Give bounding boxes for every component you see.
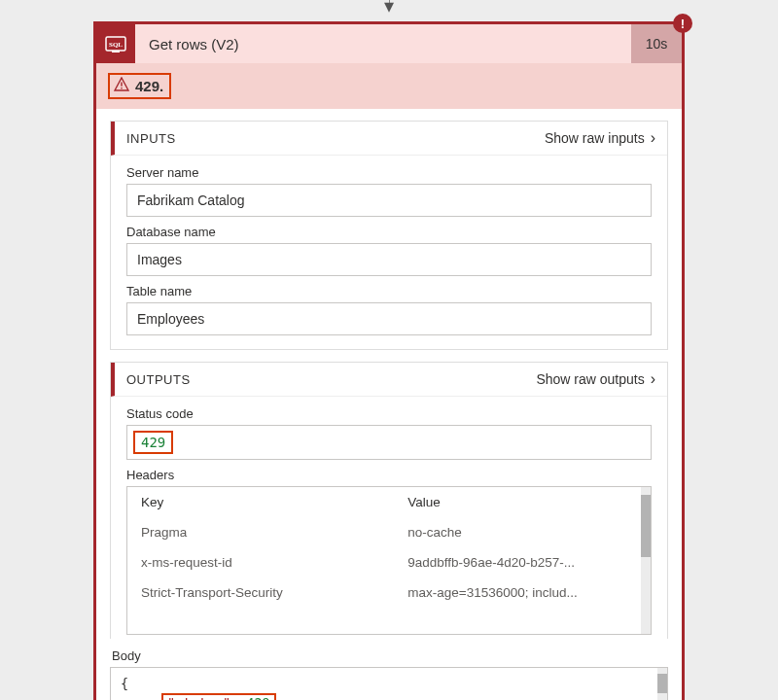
status-code-value: 429 — [133, 431, 173, 454]
server-name-value: Fabrikam Catalog — [126, 184, 652, 217]
table-row: Strict-Transport-Security max-age=315360… — [127, 578, 651, 608]
header-value: no-cache — [407, 525, 635, 540]
header-key: x-ms-request-id — [141, 555, 407, 570]
show-raw-inputs-link[interactable]: Show raw inputs › — [545, 129, 655, 147]
json-status-highlight: "status": 429 — [161, 693, 276, 700]
headers-col-key: Key — [141, 495, 407, 509]
field-label: Table name — [126, 284, 652, 298]
flow-arrow-icon: ▾ — [384, 0, 394, 16]
header-value: 9addbffb-96ae-4d20-b257-... — [407, 555, 635, 570]
scrollbar-thumb[interactable] — [641, 495, 651, 557]
action-duration: 10s — [631, 24, 682, 63]
json-key: "status" — [167, 695, 230, 700]
json-number: 429 — [246, 695, 269, 700]
action-card-get-rows: SQL Get rows (V2) 10s ! 429. INPUTS Show… — [93, 21, 685, 700]
field-label: Database name — [126, 225, 652, 239]
table-row: x-ms-request-id 9addbffb-96ae-4d20-b257-… — [127, 547, 651, 578]
field-label: Server name — [126, 165, 652, 180]
svg-rect-4 — [121, 88, 122, 88]
headers-table: Key Value Pragma no-cache x-ms-request-i… — [126, 486, 652, 635]
header-key: Pragma — [141, 525, 407, 540]
error-band: 429. — [96, 63, 682, 109]
scrollbar-thumb[interactable] — [657, 674, 667, 693]
headers-col-value: Value — [407, 495, 635, 509]
status-code-box: 429 — [126, 425, 652, 460]
table-name-value: Employees — [126, 302, 652, 335]
scrollbar[interactable] — [641, 487, 651, 634]
json-open-brace: { — [121, 676, 128, 691]
show-raw-outputs-label: Show raw outputs — [536, 371, 644, 387]
scrollbar[interactable] — [657, 668, 667, 700]
outputs-title: OUTPUTS — [126, 372, 536, 387]
database-name-value: Images — [126, 243, 652, 276]
header-key: Strict-Transport-Security — [141, 585, 407, 600]
inputs-panel: INPUTS Show raw inputs › Server name Fab… — [110, 121, 668, 350]
chevron-right-icon: › — [651, 370, 655, 388]
show-raw-inputs-label: Show raw inputs — [545, 130, 645, 146]
svg-rect-3 — [121, 83, 122, 87]
inputs-header: INPUTS Show raw inputs › — [111, 122, 667, 156]
body-json-box: { "status": 429, "message": "Rate limit … — [110, 667, 668, 700]
chevron-right-icon: › — [651, 129, 655, 147]
show-raw-outputs-link[interactable]: Show raw outputs › — [536, 370, 655, 388]
svg-text:SQL: SQL — [109, 41, 123, 49]
headers-column-row: Key Value — [127, 487, 651, 517]
warning-icon — [114, 77, 129, 95]
inputs-title: INPUTS — [126, 131, 545, 146]
outputs-panel: OUTPUTS Show raw outputs › Status code 4… — [110, 362, 668, 639]
headers-list[interactable]: Pragma no-cache x-ms-request-id 9addbffb… — [127, 517, 651, 634]
headers-label: Headers — [126, 468, 652, 482]
error-code-highlight: 429. — [108, 73, 171, 99]
status-code-label: Status code — [126, 406, 652, 421]
body-label: Body — [112, 648, 666, 663]
sql-icon: SQL — [96, 24, 135, 63]
outputs-body: Status code 429 Headers Key Value Pragma… — [111, 397, 667, 639]
error-code-text: 429. — [135, 78, 163, 94]
action-header[interactable]: SQL Get rows (V2) 10s ! — [96, 24, 682, 63]
inputs-body: Server name Fabrikam Catalog Database na… — [111, 156, 667, 349]
table-row: Pragma no-cache — [127, 517, 651, 547]
action-title: Get rows (V2) — [135, 24, 631, 63]
outputs-header: OUTPUTS Show raw outputs › — [111, 363, 667, 397]
error-badge-icon: ! — [673, 14, 692, 33]
header-value: max-age=31536000; includ... — [407, 585, 635, 600]
svg-rect-1 — [112, 51, 120, 52]
